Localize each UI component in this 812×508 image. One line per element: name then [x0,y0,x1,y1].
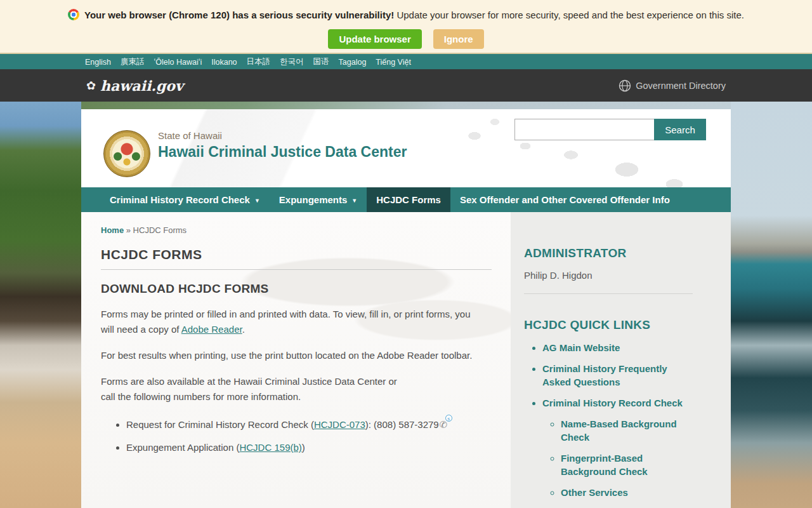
adobe-reader-link[interactable]: Adobe Reader [181,324,242,335]
language-list: English廣東話ʻŌlelo HawaiʻiIlokano日本語한국어国语T… [81,54,731,67]
sidebar: ADMINISTRATOR Philip D. Higdon HCJDC QUI… [511,212,731,508]
banner-message-bold: Your web browser (Chrome 120) has a seri… [84,10,394,20]
site-container: State of Hawaii Hawaii Criminal Justice … [81,109,731,508]
language-link[interactable]: Ilokano [211,58,237,67]
paragraph-availability: Forms are also available at the Hawaii C… [101,374,481,404]
list-item-record-check-form: Request for Criminal History Record Chec… [126,419,488,431]
list-item-text: ): (808) 587-3279 [365,419,439,430]
beach-background: State of Hawaii Hawaii Criminal Justice … [0,102,812,508]
language-link[interactable]: 日本語 [247,57,271,67]
site-header: State of Hawaii Hawaii Criminal Justice … [81,109,731,187]
language-link[interactable]: English [85,58,111,67]
nav-item-label: Criminal History Record Check [110,194,250,205]
language-link[interactable]: Tagalog [339,58,367,67]
site-title: Hawaii Criminal Justice Data Center [158,144,407,161]
nav-item-label: Expungements [279,194,348,205]
nav-item-expungements[interactable]: Expungements ▼ [270,187,367,212]
banner-message: Your web browser (Chrome 120) has a seri… [84,10,744,20]
banner-message-rest: Update your browser for more security, s… [396,10,744,20]
hawaii-gov-logo-text: hawaii.gov [100,77,183,94]
administrator-name: Philip D. Higdon [524,270,693,281]
hcjdc-073-link[interactable]: HCJDC-073 [314,419,365,430]
quick-link[interactable]: Name-Based Background Check [561,417,693,444]
chevron-down-icon: ▼ [254,197,260,204]
ignore-button[interactable]: Ignore [433,29,484,49]
list-item-text: Request for Criminal History Record Chec… [126,419,314,430]
quick-links-list: AG Main WebsiteCriminal History Frequent… [524,341,693,508]
divider [524,293,693,294]
chevron-down-icon: ▼ [351,197,357,204]
breadcrumb-separator: » [126,225,131,235]
breadcrumb-current: HCJDC Forms [133,225,187,235]
nav-item-hcjdc-forms[interactable]: HCJDC Forms [367,187,450,212]
hawaii-gov-logo-link[interactable]: ✿ hawaii.gov [86,77,183,94]
breadcrumb-home-link[interactable]: Home [101,225,124,235]
nav-item-criminal-history-record-check[interactable]: Criminal History Record Check ▼ [100,187,270,212]
nav-item-label: Sex Offender and Other Covered Offender … [460,194,670,205]
nav-item-sex-offender-info[interactable]: Sex Offender and Other Covered Offender … [450,187,679,212]
quick-links-title: HCJDC QUICK LINKS [524,318,693,332]
quick-link[interactable]: Other Services [561,486,693,499]
section-title: DOWNLOAD HCJDC FORMS [101,282,492,296]
nav-item-label: HCJDC Forms [376,194,441,205]
list-item-expungement-form: Expungement Application (HCJDC 159(b)) [126,442,488,453]
paragraph-print-tip: For best results when printing, use the … [101,348,481,363]
main-nav: Criminal History Record Check ▼ Expungem… [81,187,731,212]
language-link[interactable]: ʻŌlelo Hawaiʻi [154,58,202,67]
search-box: Search [514,119,706,140]
phone-call-icon[interactable]: ✆s [440,419,448,431]
list-item-text: Expungement Application ( [126,442,239,453]
hibiscus-icon: ✿ [86,80,96,91]
divider [101,269,492,270]
quick-link[interactable]: Fingerprint-Based Background Check [561,451,693,478]
breadcrumb: Home » HCJDC Forms [101,225,492,235]
quick-link[interactable]: AG Main Website [542,341,693,354]
paragraph-text: Forms may be printed or filled in and pr… [101,309,470,335]
paragraph-text: call the following numbers for more info… [101,391,301,402]
language-link[interactable]: 国语 [313,57,329,67]
language-link[interactable]: 廣東話 [121,57,145,67]
paragraph-text: Forms are also available at the Hawaii C… [101,376,397,387]
beach-photo-left [0,102,81,508]
government-directory-link[interactable]: Government Directory [619,79,726,92]
main-content: Home » HCJDC Forms HCJDC FORMS DOWNLOAD … [81,212,511,508]
skype-badge-icon: s [445,415,452,422]
quick-link[interactable]: Criminal History Frequently Asked Questi… [542,362,693,389]
globe-icon [619,79,631,92]
page-title: HCJDC FORMS [101,247,492,262]
quick-link[interactable]: Criminal History Record CheckName-Based … [542,396,693,499]
language-link[interactable]: 한국어 [280,57,304,67]
search-input[interactable] [514,119,654,140]
search-button[interactable]: Search [654,119,706,140]
agency-parent-label: State of Hawaii [158,130,407,141]
hcjdc-159b-link[interactable]: HCJDC 159(b) [239,442,301,453]
government-directory-label: Government Directory [636,81,726,91]
language-link[interactable]: Tiếng Việt [376,58,411,67]
administrator-title: ADMINISTRATOR [524,246,693,260]
beach-photo-right [731,102,812,508]
browser-update-banner: Your web browser (Chrome 120) has a seri… [0,0,812,54]
update-browser-button[interactable]: Update browser [328,29,421,49]
list-item-text: ) [302,442,305,453]
language-bar: English廣東話ʻŌlelo HawaiʻiIlokano日本語한국어国语T… [0,54,812,69]
state-seal-logo[interactable] [103,130,150,177]
hawaii-gov-bar: ✿ hawaii.gov Government Directory [0,69,812,102]
paragraph-text: . [242,324,245,335]
forms-list: Request for Criminal History Record Chec… [126,419,488,453]
chrome-icon [68,9,79,20]
quick-links-sublist: Name-Based Background CheckFingerprint-B… [542,417,693,499]
paragraph-adobe-reader: Forms may be printed or filled in and pr… [101,307,481,337]
